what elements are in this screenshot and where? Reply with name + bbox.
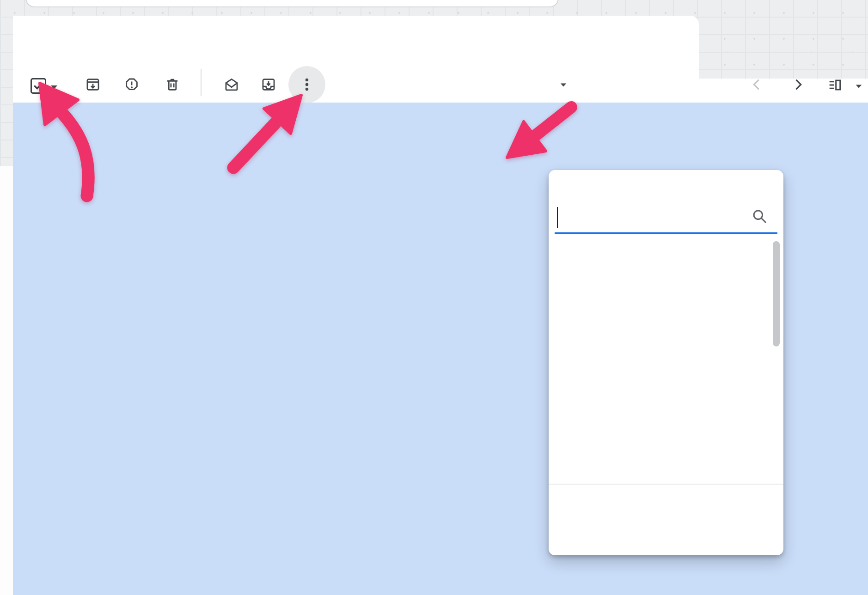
report-spam-icon[interactable] [124, 77, 140, 92]
label-as-submenu [549, 170, 783, 555]
split-pane-icon[interactable] [827, 78, 842, 92]
chevron-down-icon [558, 81, 568, 89]
input-underline [555, 232, 777, 234]
label-list [549, 253, 783, 484]
selection-dropdown-caret[interactable] [48, 83, 60, 94]
select-all-checkbox[interactable] [31, 78, 46, 94]
toolbar-divider [201, 69, 202, 96]
label-search-input[interactable] [555, 203, 777, 232]
text-cursor [557, 207, 558, 228]
left-margin-strip [0, 166, 13, 595]
search-filter-chips [21, 30, 36, 55]
delete-icon[interactable] [165, 77, 180, 92]
more-options-icon[interactable] [299, 77, 315, 92]
chevron-right-icon[interactable] [791, 78, 805, 91]
chevron-left-icon[interactable] [750, 78, 764, 91]
submenu-divider [549, 484, 783, 485]
move-to-inbox-icon[interactable] [261, 77, 276, 92]
split-pane-caret[interactable] [853, 82, 864, 92]
label-list-scrollbar[interactable] [773, 241, 780, 346]
search-icon[interactable] [751, 208, 768, 225]
check-icon [32, 79, 45, 92]
browser-search-bar [25, 0, 559, 7]
mark-as-read-icon[interactable] [224, 77, 239, 92]
archive-icon[interactable] [85, 77, 101, 92]
sort-dropdown[interactable] [552, 76, 568, 94]
content-panel-top [13, 16, 699, 79]
